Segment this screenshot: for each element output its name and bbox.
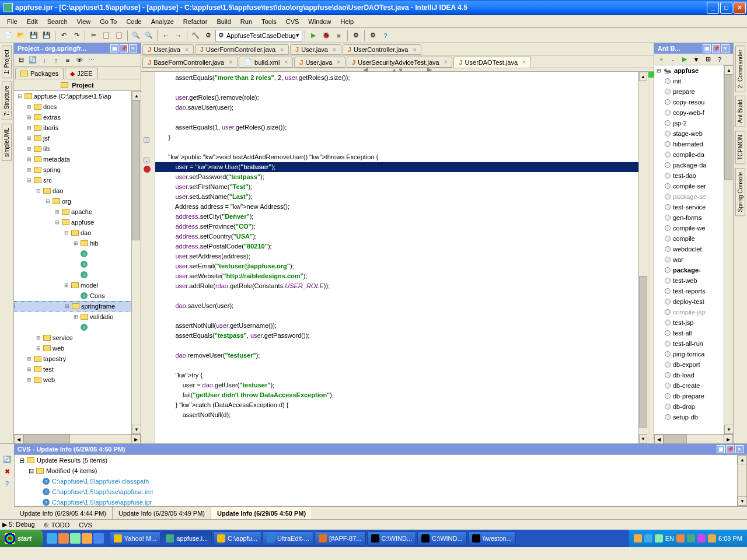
side-tab[interactable]: 7: Structure <box>2 82 12 120</box>
code-line[interactable]: assertEquals("more than 2 roles", 2, use… <box>155 73 638 83</box>
menu-tools[interactable]: Tools <box>257 17 281 26</box>
panel-close-icon[interactable]: × <box>735 445 743 453</box>
ant-target[interactable]: test-all <box>654 328 733 338</box>
tree-item[interactable]: ⊞metadata <box>14 154 141 164</box>
collapse-icon[interactable]: ⊟ <box>16 55 26 65</box>
close-tab-icon[interactable]: × <box>229 59 232 65</box>
add-icon[interactable]: + <box>657 55 666 64</box>
ant-target[interactable]: webdoclet <box>654 244 733 254</box>
tree-item[interactable]: ⊟src <box>14 175 141 186</box>
saveall-icon[interactable]: 💾 <box>41 30 53 41</box>
task-button[interactable]: C:\appfu... <box>213 531 261 545</box>
clock[interactable]: 6:08 PM <box>718 535 742 542</box>
menu-help[interactable]: Help <box>336 17 358 26</box>
menu-run[interactable]: Run <box>236 17 257 26</box>
code-line[interactable]: "kw">try { <box>155 370 638 380</box>
task-button[interactable]: Yahoo! M... <box>110 531 160 545</box>
tray-icon[interactable] <box>687 534 695 542</box>
code-line[interactable]: user.setLastName("Last"); <box>155 192 638 202</box>
code-line[interactable]: user = "kw">new User("testuser"); <box>155 162 638 172</box>
forward-icon[interactable]: → <box>173 30 184 41</box>
code-line[interactable]: dao.saveUser(user); <box>155 103 638 113</box>
ant-target[interactable]: package-se <box>654 191 733 202</box>
ant-target[interactable]: test-web <box>654 275 733 286</box>
error-strip[interactable] <box>648 72 654 443</box>
abbrev-icon[interactable]: ⋯ <box>86 55 96 65</box>
code-line[interactable]: user = dao.getUser("testuser"); <box>155 380 638 390</box>
ant-hscroll[interactable]: ◀▶ <box>654 434 733 443</box>
task-button[interactable]: UltraEdit-... <box>263 531 313 545</box>
cvs-root[interactable]: ⊟Update Results (5 items) <box>15 455 746 466</box>
side-tab[interactable]: simpleUML <box>2 124 12 161</box>
task-button[interactable]: C:\WIND... <box>367 531 417 545</box>
cvs-vscroll[interactable]: ▲ ▼ <box>737 455 746 506</box>
code-line[interactable]: dao.removeUser("testuser"); <box>155 351 638 360</box>
code-line[interactable]: address.setCity("Denver"); <box>155 212 638 222</box>
editor-tab[interactable]: JUserController.java× <box>343 44 422 55</box>
code-line[interactable]: dao.saveUser(user); <box>155 301 638 311</box>
run-icon[interactable]: ▶ <box>680 55 689 64</box>
menu-code[interactable]: Code <box>121 17 146 26</box>
editor-tab[interactable]: JUserFormController.java× <box>195 44 289 55</box>
new-icon[interactable]: 📄 <box>2 30 14 41</box>
code-line[interactable]: } "kw">catch (DataAccessException d) { <box>155 400 638 410</box>
code-line[interactable]: assertNotNull(d); <box>155 410 638 420</box>
close-tab-icon[interactable]: × <box>522 59 526 65</box>
menu-edit[interactable]: Edit <box>22 17 43 26</box>
scroll-from-icon[interactable]: ↑ <box>51 55 61 65</box>
tab-packages[interactable]: Packages <box>15 68 64 79</box>
ant-target[interactable]: test-jsp <box>654 317 733 328</box>
tree-hscroll[interactable]: ◀ ▶ <box>14 434 141 443</box>
panel-close-icon[interactable]: × <box>721 44 729 52</box>
ant-target[interactable]: db-drop <box>654 401 733 412</box>
ant-target[interactable]: gen-forms <box>654 212 733 223</box>
close-tab-icon[interactable]: × <box>280 47 284 53</box>
code-line[interactable]: assertEquals(1, user.getRoles().size()); <box>155 123 638 132</box>
tray-icon[interactable] <box>634 534 642 542</box>
editor-vscroll[interactable]: ▲ ▼ <box>638 72 648 443</box>
open-icon[interactable]: 📂 <box>15 30 27 41</box>
tool-icon[interactable]: ⚙ <box>203 30 214 41</box>
panel-float-icon[interactable]: ▣ <box>703 44 711 52</box>
expand-icon[interactable]: ⊞ <box>703 55 713 64</box>
tree-item[interactable]: ⊞web <box>14 374 141 385</box>
tree-item[interactable]: ICons <box>14 290 141 301</box>
ant-target[interactable]: test-service <box>654 202 733 212</box>
ql-icon[interactable] <box>93 533 104 544</box>
editor-tab[interactable]: JUser.java× <box>290 44 341 55</box>
cvs-label[interactable]: CVS <box>79 522 92 528</box>
code-line[interactable]: fail("getUser didn't throw DataAccessExc… <box>155 390 638 400</box>
side-tab[interactable]: 2: Commander <box>735 46 745 92</box>
tree-item[interactable]: ⊟appfuse (C:\appfuse\1.5\ap <box>14 91 141 102</box>
ant-target[interactable]: prepare <box>654 86 733 97</box>
close-tab-icon[interactable]: × <box>333 47 336 53</box>
cvs-file[interactable]: ?C:\appfuse\1.5\appfuse\appfuse.iml <box>15 487 746 497</box>
code-line[interactable]: user.setFirstName("Test"); <box>155 182 638 192</box>
maximize-button[interactable]: □ <box>720 2 732 14</box>
tree-item[interactable]: ⊞tapestry <box>14 354 141 364</box>
code-line[interactable]: address.setProvince("CO"); <box>155 222 638 232</box>
cvs-tab[interactable]: Update Info (6/29/05 4:44 PM) <box>14 507 113 519</box>
stop-icon[interactable]: ■ <box>333 30 345 41</box>
system-tray[interactable]: EN 6:08 PM <box>629 530 747 547</box>
code-editor[interactable]: assertEquals("more than 2 roles", 2, use… <box>155 72 638 443</box>
cvs-tab[interactable]: Update Info (6/29/05 4:50 PM) <box>211 507 312 519</box>
code-line[interactable]: assertEquals("testpass", user.getPasswor… <box>155 331 638 341</box>
code-line[interactable]: user.setPassword("testpass"); <box>155 172 638 182</box>
side-tab[interactable]: 1: Project <box>2 46 12 78</box>
tray-icon[interactable] <box>676 534 685 542</box>
tree-item[interactable]: ⊞lib <box>14 144 141 154</box>
task-button[interactable]: \\weston... <box>468 531 516 545</box>
tree-item[interactable]: ⊞ibaris <box>14 123 141 133</box>
menu-search[interactable]: Search <box>43 17 72 26</box>
ant-tree[interactable]: ⊟ 🐜 appfuse initpreparecopy-resoucopy-we… <box>654 65 733 443</box>
remove-icon[interactable]: - <box>668 55 678 64</box>
ant-target[interactable]: db-load <box>654 370 733 380</box>
code-line[interactable] <box>155 83 638 93</box>
ant-target[interactable]: stage-web <box>654 128 733 139</box>
tree-item[interactable]: I <box>14 322 141 332</box>
editor-tab[interactable]: JUserDAOTest.java× <box>453 57 530 68</box>
close-tab-icon[interactable]: × <box>284 59 288 65</box>
tree-item[interactable]: I <box>14 259 141 270</box>
hide-icon[interactable]: 👁 <box>75 55 84 65</box>
